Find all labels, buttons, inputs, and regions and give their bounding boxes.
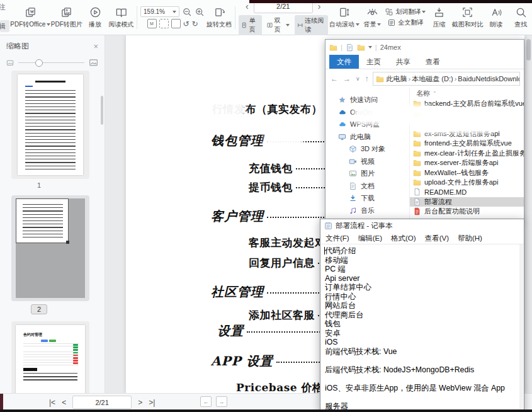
notepad-menu-item[interactable]: 帮助(H) [458, 234, 482, 243]
forward-icon[interactable]: → [342, 74, 352, 83]
chevron-down-icon[interactable] [368, 46, 372, 49]
explorer-tab-2[interactable]: 主页 [359, 55, 388, 69]
explorer-tab-4[interactable]: 查看 [418, 55, 448, 69]
music-icon [349, 207, 357, 215]
double-page-label: 双页 [274, 16, 284, 34]
cutoff-label-top: 注 [0, 3, 6, 12]
file-row[interactable]: 后台配置功能说明 [410, 207, 524, 216]
read-aloud-label: 朗读 [490, 20, 502, 29]
toc-entry-text: 提币钱包 [249, 180, 293, 195]
crop-page-button[interactable] [159, 19, 169, 28]
pdf-to-office-button[interactable]: PDF转Office [11, 6, 50, 29]
close-icon[interactable]: × [93, 42, 98, 51]
read-aloud-button[interactable]: 朗读 [485, 6, 507, 29]
next-view-button[interactable]: → [216, 396, 227, 407]
word-translate-button[interactable]: 划词翻译 [385, 8, 426, 16]
fit-width-button[interactable]: M [147, 19, 157, 28]
explorer-nav-item[interactable]: 视频 [325, 156, 409, 168]
notepad-menu-item[interactable]: 文件(F) [325, 234, 349, 243]
breadcrumb-item[interactable]: 本地磁盘 (D:) [412, 75, 453, 83]
notepad-text-line: Api server [325, 274, 519, 283]
last-page-button[interactable]: >| [149, 398, 155, 407]
explorer-nav-item[interactable]: 下载 [325, 192, 409, 205]
file-name: README.MD [424, 188, 467, 196]
thumbnail-page-2[interactable] [11, 195, 89, 301]
explorer-nav-item[interactable]: 图片 [325, 168, 409, 180]
pdf-reader-app: 注 辑 PDF转Office PDF转图片 播放 阅读模式 159.1% [0, 0, 532, 412]
prev-page-button[interactable]: < [62, 398, 66, 407]
notepad-menu-item[interactable]: 查看(V) [425, 234, 449, 243]
notepad-menu-item[interactable]: 格式(O) [391, 234, 416, 243]
zoom-out-icon[interactable] [182, 7, 192, 17]
sidebar-scrollbar[interactable] [101, 96, 103, 125]
read-mode-button[interactable]: 阅读模式 [108, 6, 133, 29]
compress-icon [433, 6, 445, 18]
explorer-titlebar[interactable]: | | 24mex [325, 40, 524, 55]
explorer-nav-item[interactable]: 文档 [325, 180, 409, 193]
explorer-nav-item[interactable]: 此电脑 [325, 131, 409, 144]
rotate-right-icon[interactable]: ↻ [192, 20, 198, 28]
file-row[interactable]: mex-server-后端服务api [410, 158, 524, 168]
history-dropdown-icon[interactable]: ∨ [354, 76, 361, 82]
viewport-resize-handle[interactable] [66, 241, 69, 244]
address-input[interactable]: 此电脑›本地磁盘 (D:)›BaiduNetdiskDownlo [373, 72, 520, 86]
breadcrumb-item[interactable]: BaiduNetdiskDownlo [458, 75, 520, 83]
redaction-blur [414, 117, 496, 134]
play-button[interactable]: 播放 [84, 6, 106, 29]
notepad-text-line: 行情中心 [325, 292, 519, 302]
back-icon[interactable]: ← [329, 74, 339, 83]
continuous-mode-button[interactable]: 连续阅读 [295, 15, 328, 35]
explorer-nav-item[interactable]: 3D 对象 [325, 143, 409, 156]
continuous-label: 连续阅读 [305, 16, 325, 34]
zoom-level-select[interactable]: 159.1% [140, 6, 179, 17]
column-header-name[interactable]: 名称 [416, 89, 430, 98]
explorer-tab-3[interactable]: 共享 [388, 55, 418, 69]
word-translate-label: 划词翻译 [395, 8, 421, 16]
next-page-button[interactable]: > [138, 398, 142, 407]
notepad-text-line [325, 357, 519, 366]
notepad-scrollbar[interactable] [519, 244, 523, 412]
slider-track[interactable] [18, 62, 84, 63]
status-page-input[interactable] [72, 396, 132, 409]
select-area-button[interactable] [171, 19, 181, 28]
file-row[interactable]: README.MD [410, 187, 524, 197]
previous-view-button[interactable]: ← [200, 396, 212, 407]
zoom-in-icon[interactable] [195, 7, 205, 17]
up-icon[interactable]: ↑ [364, 74, 370, 83]
properties-icon[interactable] [346, 43, 354, 52]
explorer-tab-1[interactable]: 文件 [329, 55, 359, 69]
file-name: mex-clear-计划任务止盈止损服务api [424, 149, 524, 158]
thumbnail-size-slider[interactable] [0, 54, 105, 72]
notepad-menu-item[interactable]: 编辑(E) [358, 234, 382, 243]
screenshot-compare-button[interactable]: 截图和对比 [452, 6, 483, 29]
full-translate-button[interactable]: 全文翻译 [388, 18, 423, 27]
redaction-blur [264, 130, 303, 149]
thumbnail-page-1[interactable] [11, 71, 89, 179]
file-row[interactable]: frontend-主交易前端系统vue [410, 139, 524, 148]
first-page-button[interactable]: |< [49, 398, 55, 407]
thumbnail-viewport-indicator[interactable] [16, 198, 69, 243]
double-page-mode-button[interactable]: 双页 [264, 15, 292, 35]
auto-scroll-button[interactable]: 自动滚动 [330, 6, 359, 29]
breadcrumb-item[interactable]: 此电脑 [387, 75, 407, 83]
rotate-left-icon[interactable]: ↺ [183, 20, 190, 28]
notepad-text-line: 代理商后台 [325, 311, 519, 320]
background-button[interactable]: 背景 [361, 6, 383, 29]
notepad-titlebar[interactable]: 部署流程 - 记事本 [320, 219, 524, 232]
file-row[interactable]: 部署流程 [410, 197, 524, 207]
notepad-text-line [325, 393, 519, 403]
single-page-mode-button[interactable]: 单页 [239, 15, 262, 35]
file-row[interactable]: MexWallet--钱包服务 [410, 168, 524, 177]
explorer-nav-item[interactable]: 音乐 [325, 205, 409, 217]
rotate-document-button[interactable]: 旋转文档 [207, 6, 232, 29]
slider-knob[interactable] [35, 59, 43, 67]
pdf-to-image-button[interactable]: PDF转图片 [52, 6, 82, 29]
compress-button[interactable]: 压缩 [427, 6, 450, 29]
document-scrollbar[interactable] [526, 39, 531, 60]
cutoff-label-bottom: 辑 [0, 21, 6, 31]
file-row[interactable]: upload-文件上传服务api [410, 178, 524, 187]
new-folder-icon[interactable] [357, 43, 365, 52]
notepad-window[interactable]: 部署流程 - 记事本 文件(F)编辑(E)格式(O)查看(V)帮助(H) 代码介… [320, 219, 524, 412]
find-button[interactable]: 查找 [509, 6, 532, 29]
file-row[interactable]: mex-clear-计划任务止盈止损服务api [410, 149, 524, 158]
